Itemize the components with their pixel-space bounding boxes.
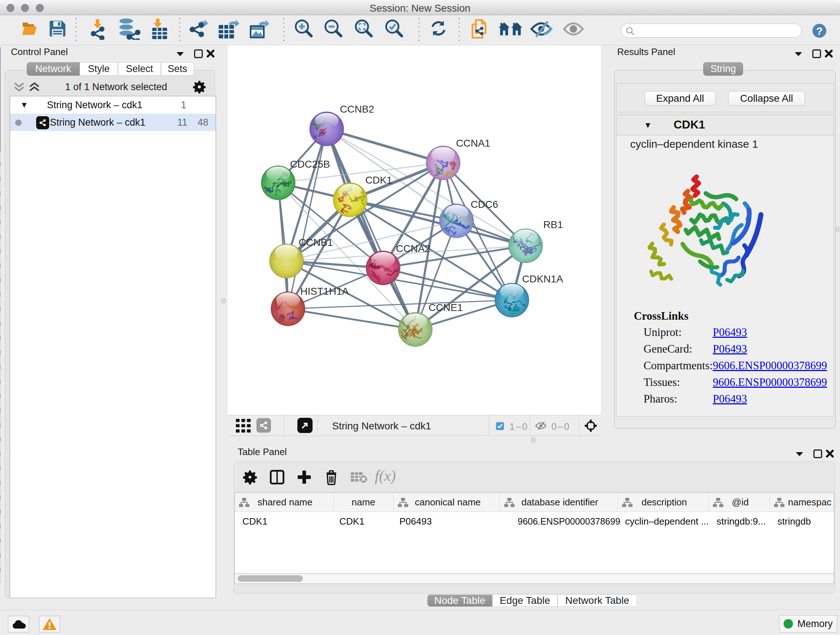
svg-text:CCNA2: CCNA2 — [396, 243, 431, 254]
svg-text:RB1: RB1 — [543, 219, 563, 230]
svg-text:CDK1: CDK1 — [365, 174, 393, 186]
svg-text:CCNA1: CCNA1 — [456, 138, 491, 149]
svg-text:CDC6: CDC6 — [471, 199, 498, 210]
svg-text:CCNE1: CCNE1 — [429, 302, 463, 313]
svg-text:CCNB1: CCNB1 — [299, 237, 333, 248]
svg-text:CDKN1A: CDKN1A — [522, 273, 563, 285]
svg-text:?: ? — [816, 25, 823, 37]
svg-text:HIST1H1A: HIST1H1A — [300, 286, 349, 297]
svg-text:CCNB2: CCNB2 — [340, 103, 374, 115]
svg-text:CDC25B: CDC25B — [290, 158, 330, 170]
